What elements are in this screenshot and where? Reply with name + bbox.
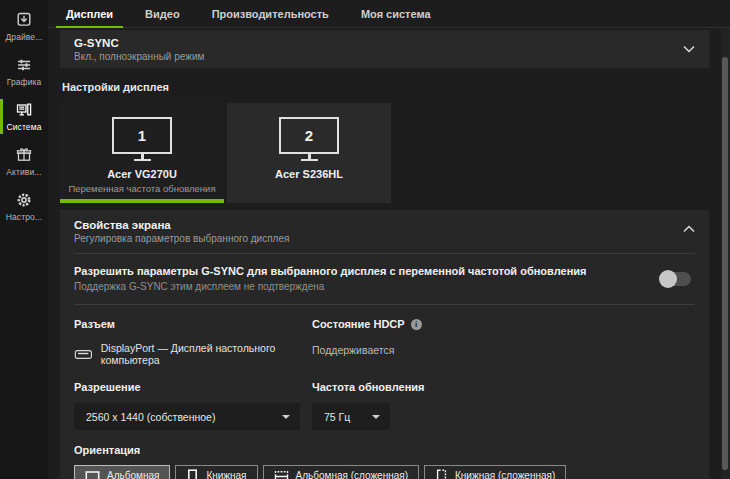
monitor-icon-base bbox=[301, 159, 318, 161]
sidebar-item-activations[interactable]: Активи... bbox=[0, 139, 48, 184]
chevron-up-icon[interactable] bbox=[683, 225, 695, 233]
driver-download-icon bbox=[16, 12, 32, 28]
screen-properties-header-text: Свойства экрана Регулировка параметров в… bbox=[74, 219, 289, 244]
tab-label: Моя система bbox=[361, 8, 431, 20]
monitor-icon: 2 bbox=[279, 117, 339, 154]
monitor-number: 1 bbox=[138, 127, 146, 144]
gift-icon bbox=[16, 147, 32, 163]
gsync-enable-text: Разрешить параметры G-SYNC для выбранног… bbox=[74, 265, 586, 292]
hdcp-field: Состояние HDCP i Поддерживается bbox=[312, 318, 695, 366]
divider bbox=[74, 304, 695, 305]
gsync-enable-sublabel: Поддержка G-SYNC этим дисплеем не подтве… bbox=[74, 281, 586, 292]
connector-label: Разъем bbox=[74, 318, 312, 330]
tab-my-system[interactable]: Моя система bbox=[357, 0, 435, 27]
system-monitor-icon bbox=[16, 102, 32, 118]
orientation-option-label: Книжная bbox=[206, 470, 246, 479]
resolution-value: 2560 x 1440 (собственное) bbox=[86, 411, 215, 423]
tab-bar: Дисплеи Видео Производительность Моя сис… bbox=[48, 0, 730, 28]
connector-field: Разъем DisplayPort — Дисплей настольного… bbox=[74, 318, 312, 366]
nvidia-app-window: Драйве... Графика Система bbox=[0, 0, 730, 479]
refresh-rate-field: Частота обновления 75 Гц bbox=[312, 381, 695, 430]
tab-label: Дисплеи bbox=[66, 8, 113, 20]
orientation-landscape-flipped-button[interactable]: Альбомная (сложенная) bbox=[263, 465, 420, 479]
monitor-subtitle: Переменная частота обновления bbox=[68, 183, 215, 194]
graphics-sliders-icon bbox=[16, 57, 32, 73]
landscape-flipped-icon bbox=[274, 470, 289, 479]
sidebar-item-label: Драйве... bbox=[5, 32, 42, 42]
refresh-rate-label: Частота обновления bbox=[312, 381, 695, 393]
connector-value: DisplayPort — Дисплей настольного компью… bbox=[101, 342, 312, 366]
gear-icon bbox=[16, 192, 32, 208]
hdcp-value: Поддерживается bbox=[312, 344, 695, 356]
sidebar-item-label: Настро... bbox=[6, 212, 42, 222]
content-scroll-area: G-SYNC Вкл., полноэкранный режим Настрой… bbox=[48, 28, 721, 479]
monitor-name: Acer VG270U bbox=[107, 168, 177, 180]
hdcp-label: Состояние HDCP bbox=[312, 318, 405, 330]
refresh-rate-value: 75 Гц bbox=[324, 411, 350, 423]
orientation-option-label: Альбомная (сложенная) bbox=[296, 470, 409, 479]
vertical-scrollbar[interactable] bbox=[721, 28, 730, 479]
sidebar-item-label: Система bbox=[7, 122, 42, 132]
display-settings-heading: Настройки дисплея bbox=[62, 81, 707, 93]
gsync-enable-row: Разрешить параметры G-SYNC для выбранног… bbox=[74, 263, 695, 295]
gsync-expander-text: G-SYNC Вкл., полноэкранный режим bbox=[74, 37, 204, 62]
resolution-field: Разрешение 2560 x 1440 (собственное) bbox=[74, 381, 312, 430]
dropdown-caret-icon bbox=[282, 415, 290, 419]
monitor-card-1[interactable]: 1 Acer VG270U Переменная частота обновле… bbox=[60, 103, 224, 203]
landscape-icon bbox=[85, 470, 100, 479]
sidebar-item-label: Графика bbox=[7, 77, 42, 87]
portrait-icon bbox=[186, 469, 199, 479]
tab-displays[interactable]: Дисплеи bbox=[62, 0, 117, 27]
portrait-flipped-icon bbox=[435, 469, 448, 479]
properties-grid: Разъем DisplayPort — Дисплей настольного… bbox=[74, 314, 695, 430]
monitor-cards: 1 Acer VG270U Переменная частота обновле… bbox=[60, 103, 709, 203]
orientation-field: Ориентация Альбомная Книжн bbox=[74, 444, 695, 479]
displayport-icon bbox=[74, 349, 93, 360]
orientation-portrait-flipped-button[interactable]: Книжная (сложенная) bbox=[424, 465, 566, 479]
monitor-card-2[interactable]: 2 Acer S236HL bbox=[227, 103, 391, 203]
chevron-down-icon[interactable] bbox=[683, 45, 695, 53]
resolution-label: Разрешение bbox=[74, 381, 312, 393]
orientation-label: Ориентация bbox=[74, 444, 695, 456]
info-icon[interactable]: i bbox=[411, 319, 422, 330]
sidebar-item-system[interactable]: Система bbox=[0, 94, 48, 139]
orientation-landscape-button[interactable]: Альбомная bbox=[74, 465, 170, 479]
scrollbar-thumb[interactable] bbox=[722, 57, 728, 470]
tab-video[interactable]: Видео bbox=[141, 0, 184, 27]
hdcp-label-row: Состояние HDCP i bbox=[312, 318, 695, 330]
connector-value-row: DisplayPort — Дисплей настольного компью… bbox=[74, 342, 312, 366]
sidebar-item-drivers[interactable]: Драйве... bbox=[0, 4, 48, 49]
sidebar: Драйве... Графика Система bbox=[0, 0, 48, 479]
screen-properties-header[interactable]: Свойства экрана Регулировка параметров в… bbox=[74, 219, 695, 244]
gsync-enable-label: Разрешить параметры G-SYNC для выбранног… bbox=[74, 265, 586, 277]
monitor-icon: 1 bbox=[112, 117, 172, 154]
orientation-options: Альбомная Книжная bbox=[74, 465, 695, 479]
toggle-knob bbox=[659, 270, 677, 288]
main-area: Дисплеи Видео Производительность Моя сис… bbox=[48, 0, 730, 479]
tab-label: Видео bbox=[145, 8, 180, 20]
gsync-expander[interactable]: G-SYNC Вкл., полноэкранный режим bbox=[60, 30, 709, 68]
sidebar-item-graphics[interactable]: Графика bbox=[0, 49, 48, 94]
tab-label: Производительность bbox=[212, 8, 329, 20]
screen-properties-title: Свойства экрана bbox=[74, 219, 289, 231]
tab-performance[interactable]: Производительность bbox=[208, 0, 333, 27]
divider bbox=[74, 253, 695, 254]
orientation-option-label: Альбомная bbox=[107, 470, 159, 479]
refresh-rate-dropdown[interactable]: 75 Гц bbox=[312, 403, 390, 430]
dropdown-caret-icon bbox=[372, 415, 380, 419]
monitor-icon-base bbox=[134, 159, 151, 161]
screen-properties-subtitle: Регулировка параметров выбранного диспле… bbox=[74, 233, 289, 244]
monitor-number: 2 bbox=[305, 127, 313, 144]
sidebar-item-label: Активи... bbox=[6, 167, 41, 177]
resolution-dropdown[interactable]: 2560 x 1440 (собственное) bbox=[74, 403, 300, 430]
gsync-title: G-SYNC bbox=[74, 37, 204, 49]
sidebar-item-settings[interactable]: Настро... bbox=[0, 184, 48, 229]
screen-properties-panel: Свойства экрана Регулировка параметров в… bbox=[60, 210, 709, 479]
gsync-enable-toggle[interactable] bbox=[661, 272, 691, 286]
orientation-portrait-button[interactable]: Книжная bbox=[175, 465, 257, 479]
gsync-subtitle: Вкл., полноэкранный режим bbox=[74, 51, 204, 62]
orientation-option-label: Книжная (сложенная) bbox=[455, 470, 555, 479]
monitor-name: Acer S236HL bbox=[275, 168, 343, 180]
